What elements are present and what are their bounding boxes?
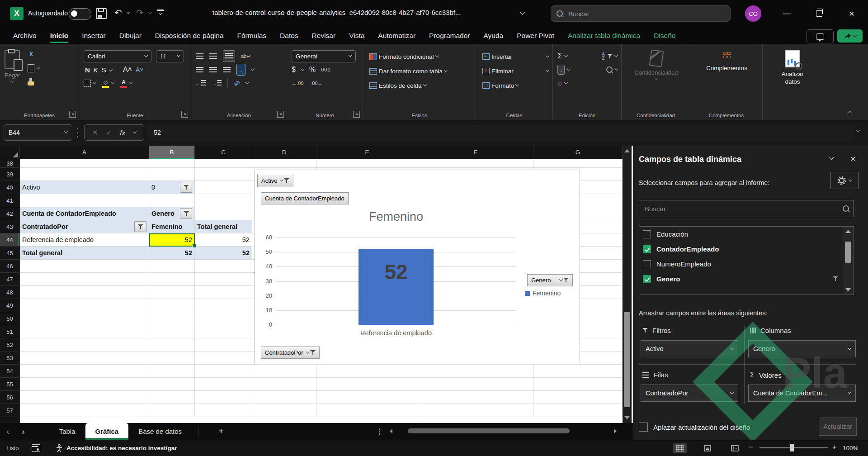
cell-A49[interactable]: [20, 299, 149, 312]
insert-cells-button[interactable]: ⇤Insertar: [481, 52, 514, 61]
column-header-A[interactable]: A: [20, 146, 149, 159]
field-checkbox-educaci-n[interactable]: [643, 230, 651, 238]
cell-B56[interactable]: [149, 391, 195, 404]
pivot-chart[interactable]: Activo Cuenta de ContadorEmpleado Femeni…: [255, 170, 580, 363]
zoom-slider-thumb[interactable]: [790, 444, 794, 451]
merge-center-button[interactable]: ↔: [236, 64, 245, 76]
row-header-53[interactable]: 53: [0, 352, 20, 365]
field-item-contadorempleado[interactable]: ContadorEmpleado: [639, 242, 854, 256]
italic-button[interactable]: K: [92, 66, 99, 74]
cell-B45[interactable]: 52: [149, 247, 195, 260]
cell-B43[interactable]: Femenino: [149, 220, 195, 233]
column-header-F[interactable]: F: [418, 146, 533, 159]
fields-list-scrollbar[interactable]: [843, 227, 853, 294]
cell-B46[interactable]: [149, 260, 195, 273]
thousands-separator-button[interactable]: 000: [321, 67, 330, 72]
cell-E54[interactable]: [316, 365, 418, 378]
page-layout-view-button[interactable]: [701, 443, 714, 453]
row-header-44[interactable]: 44: [0, 233, 20, 247]
decrease-decimal-button[interactable]: .00→: [311, 81, 322, 86]
pane-close-icon[interactable]: ×: [850, 154, 856, 164]
cell-A44[interactable]: Referencia de empleado: [20, 233, 149, 247]
align-top-button[interactable]: [196, 53, 203, 59]
cell-C40[interactable]: [195, 181, 252, 194]
normal-view-button[interactable]: [673, 443, 687, 453]
cell-B51[interactable]: [149, 325, 195, 338]
minimize-button[interactable]: —: [776, 0, 797, 27]
cell-A43[interactable]: ContratadoPor: [20, 220, 149, 233]
column-header-D[interactable]: D: [252, 146, 316, 159]
decrease-font-button[interactable]: A˅: [134, 66, 145, 73]
document-title-chevron-icon[interactable]: [520, 10, 525, 14]
font-color-button[interactable]: A: [120, 79, 132, 88]
merge-chevron-icon[interactable]: [251, 67, 255, 71]
scroll-down-icon[interactable]: [624, 416, 630, 419]
cell-C41[interactable]: [195, 194, 252, 207]
underline-button[interactable]: S: [100, 66, 108, 74]
conditional-format-button[interactable]: Formato condicional: [368, 52, 440, 61]
sheet-tab-gr-fica[interactable]: Gráfica: [85, 423, 129, 440]
vertical-scrollbar-thumb[interactable]: [624, 312, 630, 407]
cell-A52[interactable]: [20, 338, 149, 352]
row-header-57[interactable]: 57: [0, 404, 20, 417]
ribbon-tab-datos[interactable]: Datos: [273, 27, 305, 44]
cell-B47[interactable]: [149, 273, 195, 286]
cell-B40[interactable]: 0: [149, 181, 195, 194]
cell-C48[interactable]: [195, 286, 252, 299]
ribbon-tab-dibujar[interactable]: Dibujar: [113, 27, 148, 44]
quick-access-icon[interactable]: [157, 10, 164, 11]
next-sheet-icon[interactable]: ›: [15, 427, 31, 437]
cell-F54[interactable]: [418, 365, 533, 378]
pane-tools-button[interactable]: [830, 172, 859, 189]
column-header-C[interactable]: C: [195, 146, 252, 159]
increase-decimal-button[interactable]: ←.00: [292, 81, 303, 86]
cell-B53[interactable]: [149, 352, 195, 365]
cell-B39[interactable]: [149, 168, 195, 181]
cell-B49[interactable]: [149, 299, 195, 312]
cell-A40[interactable]: Activo: [20, 181, 149, 194]
cell-C44[interactable]: 52: [195, 233, 252, 247]
field-item-educaci-n[interactable]: Educación: [639, 227, 854, 242]
macro-record-icon[interactable]: [32, 444, 40, 452]
cell-E57[interactable]: [316, 404, 418, 417]
cell-C50[interactable]: [195, 312, 252, 325]
scroll-right-icon[interactable]: [614, 429, 617, 433]
column-header-E[interactable]: E: [316, 146, 418, 159]
row-header-54[interactable]: 54: [0, 365, 20, 378]
search-input[interactable]: [567, 10, 725, 18]
row-header-41[interactable]: 41: [0, 194, 20, 207]
cell-B55[interactable]: [149, 378, 195, 391]
copy-chevron-icon[interactable]: [36, 66, 40, 69]
cell-E56[interactable]: [316, 391, 418, 404]
increase-indent-button[interactable]: →: [212, 80, 222, 87]
cell-B57[interactable]: [149, 404, 195, 417]
filters-area-field[interactable]: Activo: [641, 340, 738, 357]
chart-filter-activo-button[interactable]: Activo: [257, 174, 293, 187]
cell-A54[interactable]: [20, 365, 149, 378]
align-right-button[interactable]: [223, 67, 231, 72]
wrap-text-button[interactable]: ab↩: [241, 53, 250, 59]
cell-A39[interactable]: [20, 168, 149, 181]
sheet-options-icon[interactable]: [379, 428, 381, 435]
document-title[interactable]: tablero-de-control-curso-de-people-analy…: [212, 9, 461, 16]
cell-A38[interactable]: [20, 159, 149, 168]
pane-search-box[interactable]: [639, 200, 854, 217]
chart-value-field-button[interactable]: Cuenta de ContadorEmpleado: [261, 192, 349, 204]
zoom-out-button[interactable]: −: [749, 443, 753, 452]
number-dialog-launcher[interactable]: ↘: [353, 111, 360, 118]
cell-A41[interactable]: [20, 194, 149, 207]
row-header-48[interactable]: 48: [0, 286, 20, 299]
fields-scrollbar-thumb[interactable]: [845, 242, 851, 263]
row-header-55[interactable]: 55: [0, 378, 20, 391]
currency-chevron-icon[interactable]: [301, 67, 304, 71]
sheet-tab-tabla[interactable]: Tabla: [49, 423, 85, 440]
row-header-50[interactable]: 50: [0, 312, 20, 325]
ribbon-tab-insertar[interactable]: Insertar: [75, 27, 113, 44]
font-size-select[interactable]: 11: [156, 50, 184, 62]
undo-dropdown-icon[interactable]: [127, 10, 130, 14]
sort-filter-button[interactable]: AZ: [602, 52, 618, 60]
chart-axis-field-button[interactable]: ContratadoPor: [261, 347, 320, 359]
format-cells-button[interactable]: ▭Formato: [481, 81, 520, 90]
cell-G56[interactable]: [533, 391, 623, 404]
fill-button[interactable]: ↓: [557, 65, 570, 75]
